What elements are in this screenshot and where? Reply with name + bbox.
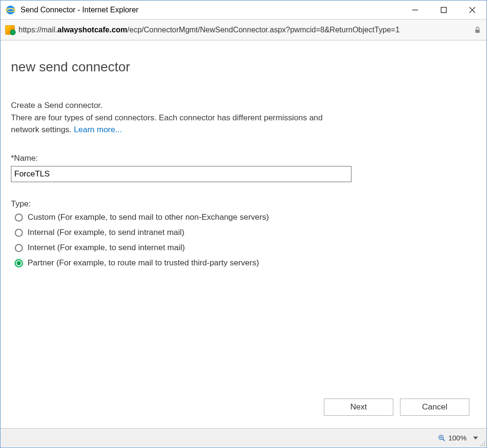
status-bar: 100% [0,428,487,447]
close-button[interactable] [458,0,487,19]
lock-icon [473,26,482,34]
window-controls [401,0,487,19]
radio-label: Internet (For example, to send internet … [28,243,185,253]
radio-label: Partner (For example, to route mail to t… [28,258,259,268]
svg-point-11 [484,441,485,442]
minimize-icon [412,7,419,13]
close-icon [469,7,476,13]
radio-icon [15,214,23,222]
svg-point-15 [482,445,483,446]
zoom-control[interactable]: 100% [438,434,478,442]
content-area: new send connector Create a Send connect… [0,40,487,428]
page-heading: new send connector [11,59,476,75]
ie-logo-icon [5,5,16,15]
svg-point-12 [482,443,483,444]
magnifier-icon [438,434,446,442]
maximize-button[interactable] [429,0,458,19]
minimize-button[interactable] [401,0,429,19]
chevron-down-icon [473,437,478,439]
radio-label: Internal (For example, to send intranet … [28,228,185,237]
svg-rect-6 [476,29,480,33]
svg-rect-3 [441,7,447,12]
radio-icon [15,229,23,237]
intro-detail: There are four types of send connectors.… [11,112,334,136]
radio-option-internal[interactable]: Internal (For example, to send intranet … [15,228,476,237]
page-favicon-icon [5,25,15,35]
resize-grip-icon[interactable] [479,440,486,447]
cancel-button[interactable]: Cancel [400,399,469,416]
maximize-icon [440,7,447,13]
name-input[interactable] [11,166,351,182]
svg-point-14 [480,445,481,446]
radio-option-custom[interactable]: Custom (For example, to send mail to oth… [15,213,476,222]
address-bar[interactable]: https://mail.alwayshotcafe.com/ecp/Conne… [0,19,487,40]
learn-more-link[interactable]: Learn more... [74,125,122,134]
svg-line-8 [443,439,445,441]
radio-icon [15,244,23,252]
radio-option-partner[interactable]: Partner (For example, to route mail to t… [15,258,476,268]
type-label: Type: [11,199,476,209]
radio-option-internet[interactable]: Internet (For example, to send internet … [15,243,476,253]
type-radio-group: Custom (For example, to send mail to oth… [11,213,476,268]
url-text: https://mail.alwayshotcafe.com/ecp/Conne… [19,26,468,34]
radio-icon [15,259,23,267]
window-title: Send Connector - Internet Explorer [20,6,401,14]
radio-label: Custom (For example, to send mail to oth… [28,213,269,222]
name-label: *Name: [11,154,476,163]
button-bar: Next Cancel [324,399,469,416]
svg-point-13 [484,443,485,444]
next-button[interactable]: Next [324,399,393,416]
zoom-value: 100% [448,434,467,442]
svg-point-16 [484,445,485,446]
window-titlebar: Send Connector - Internet Explorer [0,0,487,19]
intro-line: Create a Send connector. [11,101,476,110]
